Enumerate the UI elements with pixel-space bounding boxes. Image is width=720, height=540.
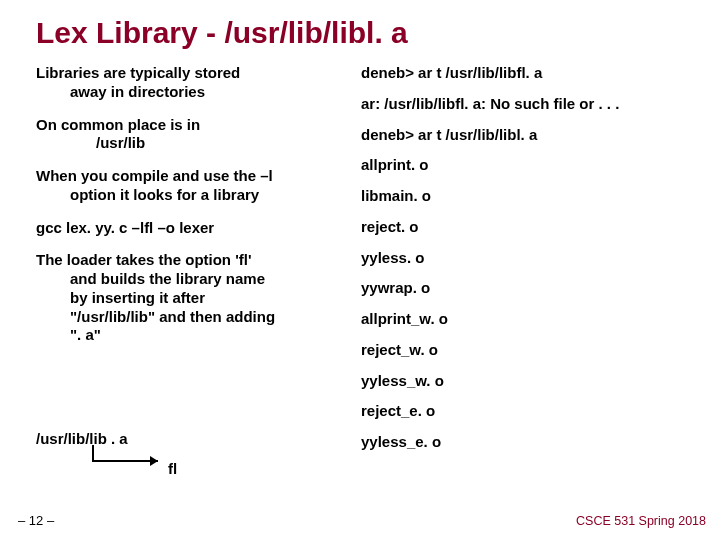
p1-line2: away in directories — [36, 83, 351, 102]
p5-line1: The loader takes the option 'fl' — [36, 251, 252, 268]
fl-label: fl — [168, 460, 177, 477]
left-column: Libraries are typically stored away in d… — [36, 64, 361, 464]
term-line-10: reject_w. o — [361, 341, 708, 360]
term-line-8: yywrap. o — [361, 279, 708, 298]
term-line-12: reject_e. o — [361, 402, 708, 421]
p5-line2: and builds the library name — [36, 270, 351, 289]
term-line-6: reject. o — [361, 218, 708, 237]
p5-line5: ". a" — [36, 326, 351, 345]
term-line-4: allprint. o — [361, 156, 708, 175]
term-line-2: ar: /usr/lib/libfl. a: No such file or .… — [361, 95, 708, 114]
right-column: deneb> ar t /usr/lib/libfl. a ar: /usr/l… — [361, 64, 708, 464]
p5-line3: by inserting it after — [36, 289, 351, 308]
term-line-5: libmain. o — [361, 187, 708, 206]
p3-line2: option it looks for a library — [36, 186, 351, 205]
p3-line1: When you compile and use the –l — [36, 167, 273, 184]
para-1: Libraries are typically stored away in d… — [36, 64, 351, 102]
term-line-9: allprint_w. o — [361, 310, 708, 329]
course-footer: CSCE 531 Spring 2018 — [576, 514, 706, 528]
term-line-13: yyless_e. o — [361, 433, 708, 452]
para-4: gcc lex. yy. c –lfl –o lexer — [36, 219, 351, 238]
page-number: – 12 – — [18, 513, 54, 528]
slide-title: Lex Library - /usr/lib/libl. a — [0, 0, 720, 58]
p1-line1: Libraries are typically stored — [36, 64, 240, 81]
para-5: The loader takes the option 'fl' and bui… — [36, 251, 351, 345]
p2-line1: On common place is in — [36, 116, 200, 133]
p5-line4: "/usr/lib/lib" and then adding — [36, 308, 351, 327]
para-3: When you compile and use the –l option i… — [36, 167, 351, 205]
term-line-7: yyless. o — [361, 249, 708, 268]
para-2: On common place is in /usr/lib — [36, 116, 351, 154]
term-line-3: deneb> ar t /usr/lib/libl. a — [361, 126, 708, 145]
p2-line2: /usr/lib — [36, 134, 351, 153]
term-line-11: yyless_w. o — [361, 372, 708, 391]
content-columns: Libraries are typically stored away in d… — [0, 58, 720, 464]
arrow-icon — [88, 443, 168, 473]
term-line-1: deneb> ar t /usr/lib/libfl. a — [361, 64, 708, 83]
